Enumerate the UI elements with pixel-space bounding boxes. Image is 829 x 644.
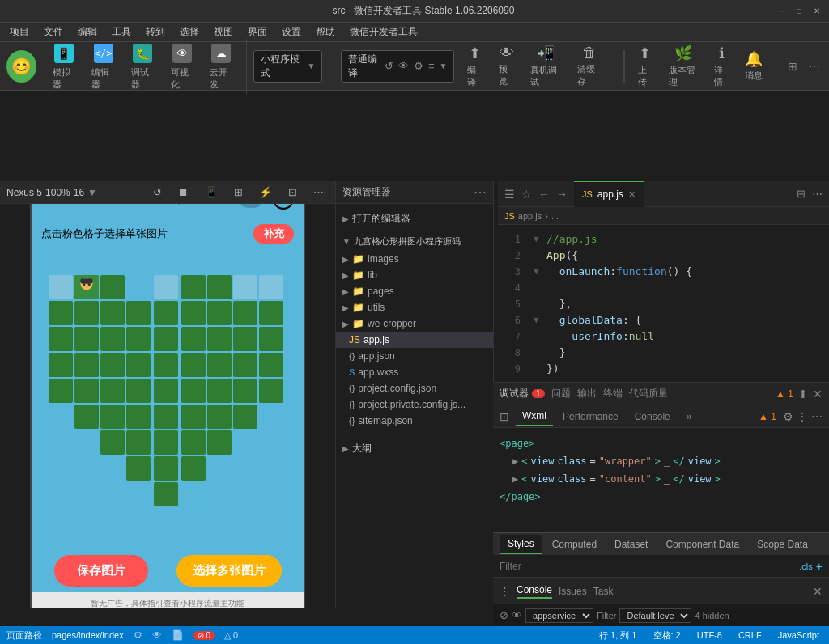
close-button[interactable]: ✕	[811, 6, 823, 17]
sim-stop-btn[interactable]: ⏹	[173, 184, 193, 200]
upload-btn[interactable]: ⬆ 上传	[631, 41, 659, 91]
service-selector[interactable]: appservice	[525, 608, 593, 623]
menu-wechat[interactable]: 微信开发者工具	[343, 23, 424, 40]
issues-tab[interactable]: Issues	[559, 586, 587, 597]
styles-tab-computed[interactable]: Computed	[544, 536, 605, 553]
status-language[interactable]: JavaScript	[775, 630, 823, 640]
wxml-settings-btn[interactable]: ⋯	[811, 410, 823, 423]
phone-select-btn[interactable]: 选择多张图片	[176, 555, 282, 587]
content-expand-arrow[interactable]: ▶	[512, 470, 518, 488]
debug-expand-btn[interactable]: ⬆	[798, 388, 808, 400]
status-spaces[interactable]: 空格: 2	[650, 629, 684, 642]
details-btn[interactable]: ℹ 详情	[708, 41, 735, 91]
styles-tab-styles[interactable]: Styles	[500, 535, 542, 554]
console-eye-btn[interactable]: 👁	[512, 609, 522, 621]
tree-file-sitemap[interactable]: {} sitemap.json	[336, 413, 493, 429]
tree-folder-we-cropper[interactable]: ▶ 📁 we-cropper	[336, 316, 493, 332]
wxml-select-btn[interactable]: ⊡	[500, 410, 509, 423]
styles-filter-input[interactable]	[500, 561, 796, 572]
sim-qr-btn[interactable]: ⊞	[229, 184, 248, 200]
debug-tab-issues[interactable]: 问题	[551, 387, 571, 400]
sim-refresh-btn[interactable]: ↺	[148, 184, 167, 200]
toolbar-visual-btn[interactable]: 👁 可视化	[164, 39, 201, 94]
tree-file-appjson[interactable]: {} app.json	[336, 348, 493, 364]
styles-tab-dataset[interactable]: Dataset	[606, 536, 656, 553]
menu-project[interactable]: 项目	[3, 23, 36, 40]
tree-folder-utils[interactable]: ▶ 📁 utils	[336, 299, 493, 316]
toolbar-cloud-btn[interactable]: ☁ 云开发	[203, 39, 240, 94]
mode-selector[interactable]: 小程序模式 ▼	[253, 50, 323, 83]
tree-file-projectprivate[interactable]: {} project.private.config.js...	[336, 396, 493, 413]
tree-folder-images[interactable]: ▶ 📁 images	[336, 251, 493, 267]
status-file-path[interactable]: pages/index/index	[52, 630, 124, 640]
layout-toggle-btn[interactable]: ⊞	[782, 60, 803, 73]
debug-tab-quality[interactable]: 代码质量	[629, 387, 668, 400]
styles-tab-scope[interactable]: Scope Data	[749, 536, 816, 553]
compile-selector[interactable]: 普通编译 ↺ 👁 ⚙ ≡ ▼	[341, 50, 454, 83]
phone-app-title: 九宫格心形拼图	[125, 204, 210, 206]
tree-file-appjs[interactable]: JS app.js	[336, 332, 493, 348]
cls-btn[interactable]: .cls	[799, 561, 813, 571]
status-encoding[interactable]: UTF-8	[694, 630, 725, 640]
status-settings-icon[interactable]: ⚙	[134, 629, 142, 641]
preview-btn[interactable]: 👁 预览	[492, 41, 521, 91]
status-file-icon[interactable]: 📄	[172, 629, 184, 641]
phone-save-btn[interactable]: 保存图片	[54, 555, 148, 587]
remote-debug-btn[interactable]: 📲 真机调试	[524, 41, 568, 91]
status-line-ending[interactable]: CRLF	[735, 630, 765, 640]
inner-tab-console[interactable]: Console	[628, 408, 677, 426]
debug-tab-debugger[interactable]: 调试器	[500, 387, 529, 400]
sim-dock-btn[interactable]: ⊡	[283, 184, 302, 200]
sim-phone-btn[interactable]: 📱	[200, 184, 223, 200]
debug-tab-terminal[interactable]: 终端	[603, 387, 623, 400]
maximize-button[interactable]: □	[793, 6, 805, 17]
svg-rect-11	[233, 301, 257, 325]
messages-btn[interactable]: 🔔 消息	[738, 47, 769, 85]
toolbar-simulator-btn[interactable]: 📱 模拟器	[46, 39, 83, 94]
phone-more-btn[interactable]: •••	[239, 204, 263, 208]
phone-replenish-btn[interactable]: 补充	[253, 224, 294, 244]
compile-btn[interactable]: ⬆ 编译	[461, 41, 489, 91]
outline-section[interactable]: ▶ 大纲	[336, 439, 493, 459]
log-level-selector[interactable]: Default leve	[619, 608, 691, 623]
wxml-gear-btn[interactable]: ⚙	[783, 410, 793, 423]
svg-rect-37	[207, 379, 232, 403]
tree-file-appwxss[interactable]: S app.wxss	[336, 364, 493, 380]
debug-tab-output[interactable]: 输出	[577, 387, 597, 400]
inner-tab-more[interactable]: »	[680, 408, 699, 426]
toolbar-editor-btn[interactable]: </> 编辑器	[85, 39, 121, 94]
wrapper-expand-arrow[interactable]: ▶	[512, 452, 518, 470]
fe-more-btn[interactable]: ⋯	[474, 184, 487, 200]
inner-tab-wxml[interactable]: Wxml	[516, 407, 553, 426]
menu-settings[interactable]: 设置	[275, 23, 308, 40]
project-section[interactable]: ▼ 九宫格心形拼图小程序源码	[336, 232, 493, 251]
wxml-more-btn[interactable]: ⋮	[797, 410, 808, 423]
sim-more-btn[interactable]: ⋯	[308, 184, 329, 200]
console-close-btn[interactable]: ✕	[813, 585, 823, 598]
tree-file-projectconfig[interactable]: {} project.config.json	[336, 380, 493, 396]
open-editors-section[interactable]: ▶ 打开的编辑器	[336, 209, 493, 229]
phone-camera-btn[interactable]: ⊙	[273, 204, 294, 210]
dropdown-icon[interactable]: ▼	[87, 187, 97, 198]
toolbar-debugger-btn[interactable]: 🐛 调试器	[125, 39, 161, 94]
console-tab[interactable]: Console	[517, 584, 552, 599]
styles-plus-btn[interactable]: +	[816, 560, 823, 573]
svg-rect-50	[181, 430, 206, 455]
status-eye-icon[interactable]: 👁	[152, 629, 162, 641]
styles-tab-component[interactable]: Component Data	[657, 536, 747, 553]
menu-help[interactable]: 帮助	[309, 23, 342, 40]
inner-tab-performance[interactable]: Performance	[556, 408, 625, 426]
more-actions-btn[interactable]: ⋯	[806, 60, 823, 73]
clear-cache-btn[interactable]: 🗑 清缓存	[571, 41, 607, 91]
sim-wifi-btn[interactable]: ⚡	[254, 184, 277, 200]
status-position[interactable]: 行 1, 列 1	[596, 629, 640, 642]
task-tab[interactable]: Task	[593, 586, 614, 597]
svg-rect-28	[207, 353, 232, 377]
tree-folder-pages[interactable]: ▶ 📁 pages	[336, 283, 493, 299]
tree-folder-lib[interactable]: ▶ 📁 lib	[336, 267, 493, 283]
version-mgmt-btn[interactable]: 🌿 版本管理	[662, 41, 704, 91]
debug-close-btn[interactable]: ✕	[813, 388, 823, 400]
user-avatar[interactable]: 😊	[6, 50, 36, 83]
minimize-button[interactable]: ─	[776, 6, 787, 17]
console-block-btn[interactable]: ⊘	[500, 609, 508, 621]
